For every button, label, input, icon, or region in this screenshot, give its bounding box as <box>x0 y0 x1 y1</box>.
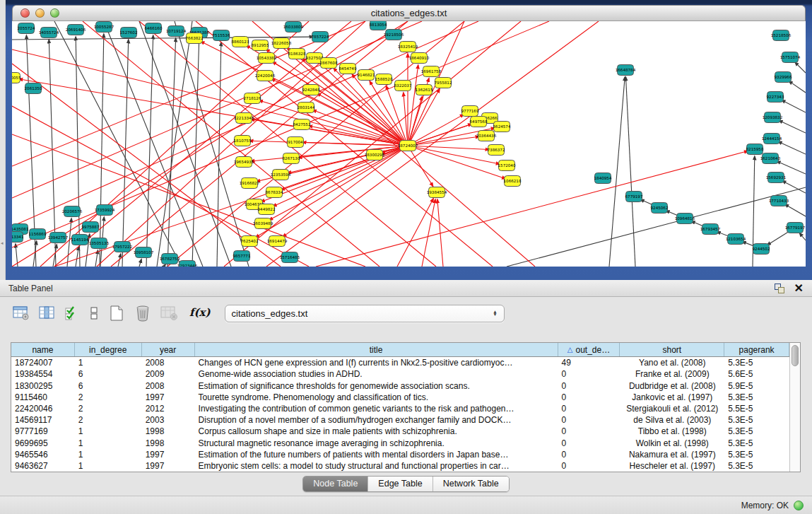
network-node[interactable]: 16914479 <box>267 236 288 247</box>
network-node[interactable]: 8322037 <box>394 81 412 91</box>
network-node[interactable]: 9975887 <box>82 222 100 233</box>
network-edge[interactable] <box>167 38 176 267</box>
network-node[interactable]: 7663822 <box>186 33 204 44</box>
network-node[interactable]: 10958107 <box>134 247 154 258</box>
create-table-icon[interactable] <box>108 305 125 322</box>
table-row[interactable]: 946362711997Embryonic stem cells: a mode… <box>11 460 789 472</box>
network-node[interactable]: 9777169 <box>461 106 479 117</box>
table-cell[interactable]: 2003 <box>142 415 195 425</box>
network-node[interactable]: 16782759 <box>160 254 180 264</box>
network-node[interactable]: 7515536 <box>213 30 230 41</box>
table-cell[interactable]: Hescheler et al. (1997) <box>620 461 724 471</box>
network-node[interactable]: 10055287 <box>94 22 114 33</box>
table-cell[interactable]: 0 <box>558 369 620 379</box>
column-header-pagerank[interactable]: pagerank <box>724 343 789 356</box>
table-cell[interactable]: 5.9E-5 <box>724 381 789 391</box>
table-row[interactable]: 911546021997Tourette syndrome. Phenomeno… <box>11 392 789 403</box>
table-selector-dropdown[interactable]: citations_edges.txt ▲▼ <box>225 305 505 322</box>
table-cell[interactable]: Estimation of the future numbers of pati… <box>195 450 558 460</box>
table-cell[interactable]: Dudbridge et al. (2008) <box>620 381 724 391</box>
table-cell[interactable]: 18724007 <box>11 358 75 368</box>
table-cell[interactable]: 9777169 <box>11 426 75 436</box>
network-node-hub[interactable]: 18724007 <box>398 141 418 151</box>
show-column-icon[interactable] <box>39 305 55 321</box>
network-edge[interactable] <box>164 264 165 267</box>
table-cell[interactable]: 1 <box>75 358 142 368</box>
network-edge[interactable] <box>779 120 806 133</box>
network-node[interactable]: 1156869 <box>29 229 47 240</box>
network-view[interactable]: 1872400720557241405572420691406100552871… <box>12 21 806 267</box>
table-cell[interactable]: 0 <box>558 381 620 391</box>
table-cell[interactable]: 9699695 <box>11 438 75 448</box>
network-node[interactable]: 10964816 <box>675 214 695 224</box>
column-header-year[interactable]: year <box>142 343 195 356</box>
network-node[interactable]: 6497568 <box>470 117 488 127</box>
table-cell[interactable]: 0 <box>558 450 620 460</box>
table-row[interactable]: 1456911722003Disruption of a novel membe… <box>11 414 789 426</box>
table-cell[interactable]: Jankovic et al. (1997) <box>620 392 724 402</box>
left-panel-splitter[interactable]: ◂ <box>0 0 6 280</box>
table-cell[interactable]: 2008 <box>142 358 195 368</box>
network-node[interactable]: 6779197 <box>625 192 643 202</box>
network-node[interactable]: 16033809 <box>283 22 304 33</box>
table-cell[interactable]: 1997 <box>142 461 195 471</box>
network-node[interactable]: 10543382 <box>257 53 276 64</box>
network-node[interactable]: 20206576 <box>62 206 83 217</box>
table-cell[interactable]: de Silva et al. (2003) <box>620 415 724 425</box>
network-node[interactable]: 9227343 <box>767 92 784 103</box>
table-row[interactable]: 1830029562008Estimation of significance … <box>11 380 789 392</box>
delete-table-icon[interactable] <box>134 305 151 322</box>
table-cell[interactable]: 5.3E-5 <box>724 426 789 436</box>
table-row[interactable]: 1938455462009Genome-wide association stu… <box>11 368 789 380</box>
network-node[interactable]: 16793457 <box>700 224 721 235</box>
function-builder-icon[interactable]: f(x) <box>189 306 211 319</box>
network-node[interactable]: 15218506 <box>771 30 792 41</box>
network-node[interactable]: 17710433 <box>769 196 789 206</box>
float-panel-icon[interactable] <box>775 284 784 293</box>
network-node[interactable]: 9244502 <box>753 244 770 255</box>
network-node[interactable]: 7625402 <box>241 236 259 247</box>
close-panel-icon[interactable]: ✕ <box>794 284 804 293</box>
network-node[interactable]: 2061350 <box>25 83 42 94</box>
network-node[interactable]: 8813054 <box>370 21 387 30</box>
network-node[interactable]: 8860123 <box>232 37 249 47</box>
network-node[interactable]: 9242848 <box>302 85 320 95</box>
table-cell[interactable]: Disruption of a novel member of a sodium… <box>195 415 558 425</box>
table-cell[interactable]: 2008 <box>142 381 195 391</box>
table-cell[interactable]: Changes of HCN gene expression and I(f) … <box>195 358 558 368</box>
network-node[interactable]: 12353594 <box>271 170 291 180</box>
table-cell[interactable]: 6 <box>75 381 142 391</box>
network-node[interactable]: 1066218 <box>504 176 522 187</box>
network-node[interactable]: 8267130 <box>283 153 300 164</box>
network-node[interactable]: 8215958 <box>746 144 764 155</box>
network-node[interactable]: 2867608 <box>320 58 338 69</box>
splitter-arrow-icon[interactable]: ◂ <box>1 240 4 246</box>
table-cell[interactable]: 5.3E-5 <box>724 438 789 448</box>
table-cell[interactable]: 1998 <box>142 438 195 448</box>
network-node[interactable]: 7386372 <box>488 145 505 156</box>
network-node[interactable]: 6466160 <box>145 23 163 34</box>
table-cell[interactable]: 5.3E-5 <box>724 415 789 425</box>
table-cell[interactable]: 1 <box>75 450 142 460</box>
column-header-in_degree[interactable]: in_degree <box>75 343 142 356</box>
table-cell[interactable]: Investigating the contribution of common… <box>195 404 558 414</box>
network-node[interactable]: 7857224 <box>312 32 329 42</box>
network-node[interactable]: 10719124 <box>166 26 187 37</box>
network-node[interactable]: 15692931 <box>766 173 787 183</box>
network-node[interactable]: 19654935 <box>234 157 254 168</box>
table-cell[interactable]: 2 <box>75 404 142 414</box>
network-node[interactable]: 16039489 <box>253 218 273 229</box>
row-selection-mode-icon[interactable] <box>64 305 80 321</box>
rows-mode-icon[interactable] <box>89 305 99 321</box>
table-cell[interactable]: Corpus callosum shape and size in male p… <box>195 426 558 436</box>
table-cell[interactable]: 49 <box>558 358 620 368</box>
network-edge[interactable] <box>778 141 806 154</box>
network-node[interactable]: 8912955 <box>252 40 269 51</box>
table-cell[interactable]: 2 <box>75 415 142 425</box>
network-node[interactable]: 9313341 <box>12 232 24 243</box>
network-node[interactable]: 8186328 <box>288 49 306 59</box>
network-node[interactable]: 19218506 <box>384 30 404 40</box>
network-node[interactable]: 18325419 <box>398 42 418 52</box>
table-cell[interactable]: 0 <box>558 392 620 402</box>
table-cell[interactable]: 1 <box>75 438 142 448</box>
